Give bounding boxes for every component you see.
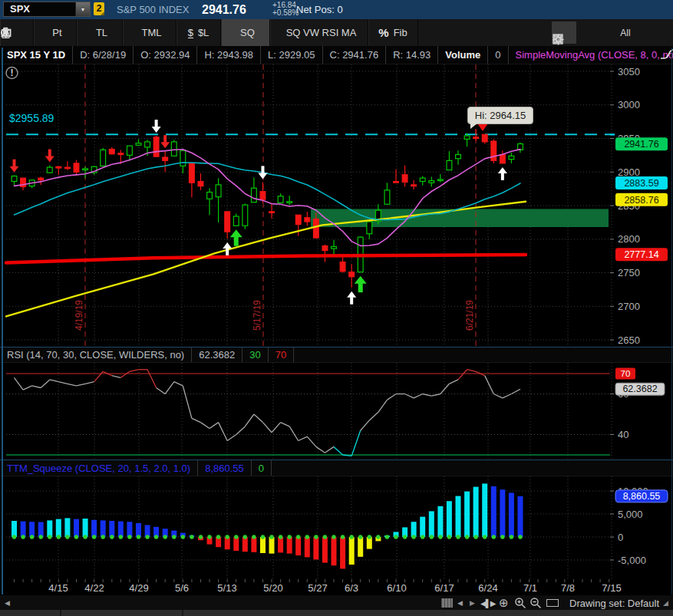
candle-5/2 [163,151,168,172]
chart-scroll-bar: ◀ ◀ ▶ ◀▌▶ ⊕ Drawing set: Default ◢ [0,595,673,611]
scroll-left-edge-icon[interactable]: ◀ [5,595,10,611]
price-tick-label: 2750 [618,267,640,278]
squeeze-histogram [12,483,523,568]
toolbar-button-pointer[interactable]: Pt [34,19,77,46]
price-badge: 2858.76 [615,193,668,206]
toolbar-button-sq-vw-rsi-ma[interactable]: SQ VW RSI MA [270,19,368,46]
date-label: 6/10 [387,582,406,594]
candle-6/18 [447,151,452,170]
dollar-icon: $ [188,28,193,38]
date-label: 6/24 [478,582,497,594]
note-flag-badge[interactable]: 2 [94,2,104,15]
symbol-dropdown[interactable]: SPX ▼ [3,2,91,17]
toolbar-right-group: All [552,19,668,46]
scroll-right-icon[interactable]: ▶ [470,595,475,611]
date-label: 4/29 [129,582,148,594]
svg-text:8,860.55: 8,860.55 [623,491,661,502]
toolbar-button-trendline[interactable]: TL [77,19,123,46]
crosshair-icon[interactable]: ⊕ [499,595,509,611]
candle-6/26 [500,150,505,163]
candle-5/23 [295,215,301,236]
vertical-gridlines [58,363,612,460]
candles [12,129,523,288]
date-label: 4/15 [48,582,68,594]
candle-5/15 [242,203,248,229]
rsi-axis[interactable]: 60407062.3682 [610,368,665,441]
candle-5/21 [278,193,283,203]
toolbar-button-dollar-line[interactable]: $$L [176,19,221,46]
ohlc-cell: O: 2932.94 [134,46,197,64]
alert-info-icon[interactable]: ! [6,68,18,79]
candle-6/10 [394,170,399,183]
signal-arrow-up [230,229,242,246]
squeeze-axis[interactable]: 10,0005,0000-5,0008,860.55 [610,486,668,566]
scrollbar-thumb[interactable] [441,598,453,608]
rsi-study-label[interactable]: RSI (14, 70, 30, CLOSE, WILDERS, no) [0,348,192,362]
toolbar-button-all[interactable]: All [613,21,638,44]
price-tick-label: 2800 [618,233,640,245]
svg-text:62.3682: 62.3682 [622,384,657,394]
svg-text:2777.14: 2777.14 [624,249,658,260]
event-date-label: 6/21/19 [464,300,475,331]
candle-6/6 [375,204,381,224]
ttm-value: 8,860.55 [198,460,252,476]
ttm-squeeze-canvas[interactable]: 10,0005,0000-5,0008,860.55 [0,476,673,579]
price-badge: 2883.59 [615,176,668,189]
rsi-tick-label: 40 [618,429,628,440]
date-label: 4/22 [84,582,104,594]
date-label: 5/6 [175,582,189,594]
candle-4/8 [12,176,17,186]
candle-4/16 [65,161,71,170]
date-label: 6/3 [345,582,358,594]
candle-5/6 [180,149,186,173]
ohlc-cell: R: 14.93 [386,46,438,64]
scroll-left-icon[interactable]: ◀ [457,595,463,611]
corner-resize-icon[interactable]: ◢ [663,595,668,611]
candle-4/23 [101,148,106,167]
ohlc-cell: C: 2941.76 [323,46,387,64]
volume-label[interactable]: Volume [438,46,488,64]
signal-arrow-up [355,276,367,293]
candle-4/17 [74,160,79,176]
rsi-value: 62.3682 [192,348,242,362]
price-axis[interactable]: 3050300029502900285028002750270026502941… [610,66,668,346]
alert-price-label[interactable]: $2955.89 [9,112,54,124]
rsi-chart-canvas[interactable]: 60407062.3682 [0,363,673,460]
svg-text:2883.59: 2883.59 [624,178,658,189]
price-tick-label: 2900 [618,166,640,178]
squeeze-tick-label: 5,000 [618,509,643,520]
high-tooltip: Hi: 2964.15 [467,107,533,124]
ohlc-cell: H: 2943.98 [197,46,261,64]
date-axis: 4/154/224/295/65/135/205/276/36/106/176/… [0,579,673,595]
price-chart-canvas[interactable]: 4/19/195/17/196/21/193050300029502900285… [0,64,673,347]
ttm-zero-value: 0 [252,460,272,476]
symbol-dropdown-caret[interactable]: ▼ [75,2,90,16]
candle-4/26 [127,146,133,160]
toolbar-button-timeline[interactable]: TML [123,19,176,46]
toolbar-button-squeeze[interactable]: SQ [221,19,270,46]
chevron-down-icon: ▼ [81,7,86,12]
symbol-description: S&P 500 INDEX [117,0,189,19]
toolbar-button-settings[interactable] [644,21,668,44]
date-label: 7/8 [561,582,575,594]
candle-5/14 [233,214,239,226]
ohlc-cell: D: 6/28/19 [73,46,134,64]
drawing-set-selector[interactable]: Drawing set: Default [569,595,659,611]
fit-width-icon[interactable]: ◀▌▶ [480,595,495,611]
date-label: 7/1 [523,582,537,594]
candle-4/15 [56,166,61,174]
ttm-study-label[interactable]: TTM_Squeeze (CLOSE, 20, 1.5, 2.0, 1.0) [0,460,198,476]
toolbar-button-label: Fib [394,27,407,38]
signal-arrow-down [45,150,54,163]
candle-5/9 [207,188,213,215]
window-bottom-strip [0,610,673,616]
candle-6/19 [456,150,461,164]
zoom-box-icon[interactable] [546,595,559,611]
toolbar-button-fib[interactable]: %Fib [368,19,418,46]
toolbar-button-grid-layout[interactable] [582,21,607,44]
percent-icon: % [378,26,388,39]
svg-text:2858.76: 2858.76 [624,195,658,206]
candle-5/30 [332,240,337,255]
study-label[interactable]: SimpleMovingAvg (CLOSE, 8, 0, no) [509,46,673,64]
candle-6/13 [420,176,425,186]
